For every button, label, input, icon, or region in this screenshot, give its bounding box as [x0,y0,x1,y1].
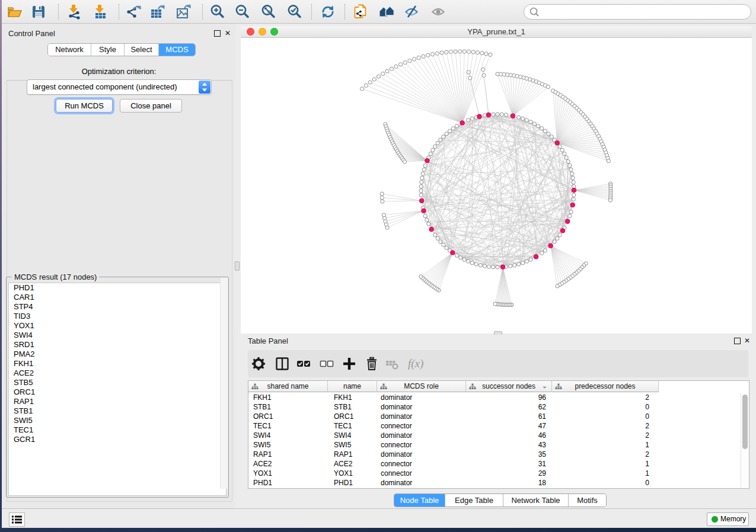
mcds-node[interactable] [451,251,455,255]
close-panel-button[interactable]: Close panel [120,99,182,113]
network-node[interactable] [423,164,427,167]
network-node[interactable] [564,156,568,159]
network-node[interactable] [568,214,572,218]
column-header-MCDS-role[interactable]: MCDS role [377,381,466,392]
column-header-successor-nodes[interactable]: successor nodes⌄ [466,381,552,392]
network-leaf-node[interactable] [380,196,384,199]
delete-columns-icon[interactable] [364,356,379,371]
mcds-result-item[interactable]: GCR1 [9,435,226,444]
network-leaf-node[interactable] [556,284,559,288]
network-node[interactable] [529,120,532,124]
mcds-result-item[interactable]: ACE2 [9,368,226,378]
network-leaf-node[interactable] [435,52,439,55]
network-leaf-node[interactable] [608,198,612,202]
tab-motifs[interactable]: Motifs [568,494,606,507]
show-graphics-details-icon[interactable] [430,4,447,20]
network-leaf-node[interactable] [480,52,484,55]
network-leaf-node[interactable] [607,159,610,163]
zoom-in-icon[interactable] [209,4,226,20]
network-node[interactable] [504,113,508,117]
network-node[interactable] [467,118,470,122]
table-scrollbar-track[interactable] [741,393,748,488]
hide-graphics-details-icon[interactable] [404,4,420,20]
network-view-canvas[interactable] [241,38,752,334]
mcds-node[interactable] [560,229,565,233]
mcds-node[interactable] [555,141,560,146]
network-node[interactable] [455,124,458,128]
network-node[interactable] [569,168,573,171]
network-node[interactable] [421,172,425,175]
network-leaf-node[interactable] [489,53,492,56]
network-node[interactable] [572,180,575,184]
network-leaf-node[interactable] [408,59,412,62]
network-leaf-node[interactable] [454,50,457,53]
table-panel-float-button[interactable] [734,338,741,344]
network-leaf-node[interactable] [368,81,372,84]
network-leaf-node[interactable] [445,50,448,54]
network-node[interactable] [563,152,566,156]
column-header-shared-name[interactable]: shared name [248,381,328,392]
table-row[interactable]: YOX1YOX1connector291 [248,469,659,478]
network-node[interactable] [431,148,435,152]
mcds-result-item[interactable]: SWI5 [9,416,226,425]
mcds-node[interactable] [419,198,424,203]
network-node[interactable] [483,264,486,268]
network-leaf-node[interactable] [440,51,444,55]
control-panel-float-button[interactable] [214,30,221,37]
deselect-all-rows-icon[interactable] [319,356,334,371]
task-history-button[interactable] [9,512,25,527]
network-leaf-node[interactable] [419,275,423,278]
network-node[interactable] [513,264,516,267]
network-leaf-node[interactable] [412,57,416,61]
network-leaf-node[interactable] [360,87,363,91]
network-leaf-node[interactable] [403,60,407,64]
mcds-node[interactable] [572,188,576,193]
tab-network-table[interactable]: Network Table [503,494,568,507]
table-row[interactable]: PHD1PHD1dominator180 [248,478,659,488]
table-scrollbar-thumb[interactable] [742,395,748,449]
mcds-result-item[interactable]: TEC1 [9,425,226,435]
column-dropdown-icon[interactable]: ⌄ [542,382,547,390]
vertical-split-grip[interactable] [235,261,240,271]
network-node[interactable] [442,135,445,139]
zoom-selected-icon[interactable] [286,4,303,20]
show-panels-icon[interactable] [379,4,395,20]
table-row[interactable]: SWI5SWI5connector431 [248,440,659,450]
network-node[interactable] [568,164,572,167]
mcds-result-item[interactable]: PMA2 [9,350,226,359]
network-node[interactable] [455,254,458,257]
network-leaf-node[interactable] [462,50,466,53]
network-leaf-node[interactable] [381,200,384,203]
export-table-icon[interactable] [149,4,165,20]
table-row[interactable]: RAP1RAP1dominator352 [248,450,659,459]
mcds-node[interactable] [422,209,426,213]
network-node[interactable] [496,265,499,269]
network-node[interactable] [569,210,573,214]
control-panel-close-icon[interactable]: ✕ [225,30,231,37]
table-settings-gear-icon[interactable] [251,356,266,371]
network-node[interactable] [419,189,423,193]
network-node[interactable] [433,145,437,148]
column-header-predecessor-nodes[interactable]: predecessor nodes [552,381,659,392]
network-node[interactable] [429,152,432,156]
network-graph[interactable] [241,38,752,334]
network-node[interactable] [492,113,495,116]
network-leaf-node[interactable] [484,52,488,56]
network-node[interactable] [543,249,547,252]
search-input[interactable] [541,6,745,18]
network-node[interactable] [451,127,455,130]
create-new-column-icon[interactable] [342,356,357,371]
mcds-node[interactable] [477,114,482,119]
network-node[interactable] [553,240,556,243]
network-node[interactable] [425,218,429,222]
import-network-icon[interactable] [66,4,82,20]
network-leaf-node[interactable] [377,75,380,78]
mcds-result-item[interactable]: YOX1 [9,321,226,331]
network-node[interactable] [566,160,570,164]
export-network-icon[interactable] [125,4,142,20]
network-node[interactable] [459,256,462,259]
mcds-result-item[interactable]: TID3 [9,312,226,321]
network-leaf-node[interactable] [493,302,497,306]
zoom-out-icon[interactable] [234,4,251,20]
network-leaf-node[interactable] [476,51,479,55]
